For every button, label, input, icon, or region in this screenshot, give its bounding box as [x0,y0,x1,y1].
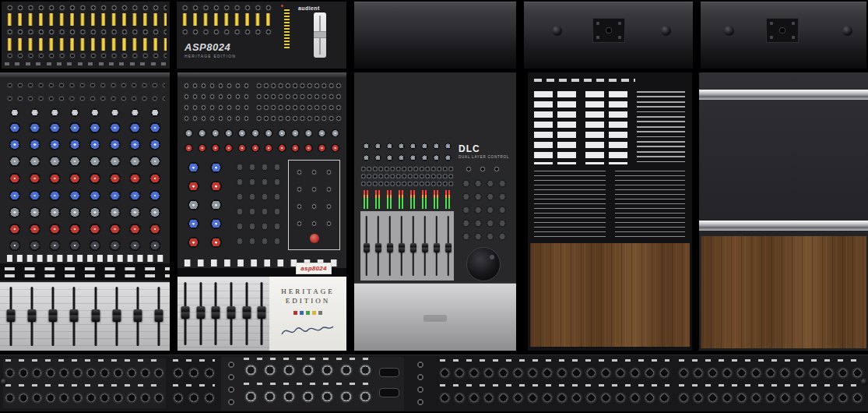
dlc-title: DLC [459,144,510,154]
screw [842,26,852,36]
channel-jack-field [5,79,165,105]
screw [1,379,7,385]
edition-icon [293,311,297,315]
knob-pair-row [182,158,227,177]
dlc-fader [384,211,395,281]
dlc-base-panel [354,283,516,351]
master-fader [208,277,223,351]
edition-icon-row [269,311,346,315]
dlc-encoder-row [462,164,505,174]
master-fader [239,277,255,351]
knob-row-pan [5,238,165,253]
fader-cap-row [5,38,167,51]
dlc-fader [407,211,419,281]
dlc-fader [360,211,372,281]
wood-trim-panel [530,243,690,347]
dlc-meter-green [360,198,454,209]
spec-column-gap [606,171,615,238]
label-strip [5,62,167,65]
knob-pair-row [182,214,227,233]
jog-wheel-dot [490,255,494,259]
dlc-knob-row [360,141,454,151]
channel-fader [106,282,127,351]
brand-plate: asp8024 [296,263,332,274]
brand-logo: audient [298,5,320,11]
channel-fader [43,282,64,351]
master-fader [193,277,209,351]
dlc-fader [430,211,442,281]
screw [661,26,671,36]
jack-column [408,358,433,408]
channel-fader [85,282,106,351]
edition-icon [300,311,304,315]
signature-graphic [280,322,335,341]
jog-wheel [466,247,501,281]
channel-fader [0,282,21,351]
master-fader-plate [314,12,326,58]
tile-dlc-controller[interactable]: DLC DUAL LAYER CONTROL [354,72,516,351]
master-fader-section [177,277,269,351]
fader-cap-row [5,13,167,26]
spec-text-right [637,91,685,164]
tile-rear-angle-mount-b[interactable] [701,2,866,69]
dlc-transport-buttons [460,177,508,244]
brand-plate-logo: asp8024 [300,265,327,272]
master-fader [223,277,239,351]
knob-row-master [182,127,342,139]
knob-row-aux [5,221,165,237]
screw [724,26,734,36]
dlc-fader [442,211,454,281]
knob-row-eq [5,171,165,186]
knob-row [180,27,273,37]
knob-pair-row [182,196,227,214]
knob-row-trim [5,107,165,118]
tile-rear-spec-panel[interactable] [528,72,692,351]
tile-front-master-section[interactable]: asp8024 HERITAGE EDITION [177,72,346,351]
xlr-group-channels-a [3,358,166,408]
talkback-knob [310,234,319,243]
mounting-plate [592,18,625,43]
wood-side-panel [701,236,866,348]
xlr-group-master-outs [241,357,375,410]
tile-front-channel-strips[interactable] [0,72,170,351]
tile-rear-connector-panel[interactable] [0,355,868,411]
knob-row-master [182,141,342,155]
dlc-fader [419,211,430,281]
screw [552,26,562,36]
knob-row [5,52,167,59]
dlc-fader [372,211,384,281]
channel-fader [21,282,42,351]
master-button-grid [234,160,283,250]
talkback-box [288,160,340,250]
knob-row-eq [5,154,165,169]
dlc-fader-section [360,211,454,281]
dlc-logo-block: DLC DUAL LAYER CONTROL [459,144,510,159]
channel-fader-section [0,282,170,351]
model-logo: ASP8024 [184,42,236,52]
metal-trim-strip [699,221,868,231]
patchbay-field [255,80,342,122]
dlc-subtitle: DUAL LAYER CONTROL [459,155,510,159]
knob-row [5,27,167,37]
knob-row-eq [5,137,165,152]
tile-top-view-master[interactable]: ASP8024 HERITAGE EDITION audient [177,2,346,69]
panel-rail [177,72,346,77]
screw [861,379,867,385]
knob-pair-row [182,177,227,196]
heritage-edition-plate: HERITAGE EDITION [269,277,346,351]
spec-table-middle [585,91,631,164]
fader-cap [314,31,326,38]
tile-side-profile[interactable] [699,72,868,351]
knob-row-eq [5,120,165,136]
knob-row-aux [5,205,165,220]
tile-rear-angle-mount-a[interactable] [524,2,693,69]
fader-cap-row [180,13,273,26]
knob-pair-row [182,233,227,252]
tile-top-view-channels[interactable] [2,2,170,69]
spec-title-line [534,79,635,82]
master-fader [254,277,269,351]
tile-rear-angle-blank[interactable] [354,2,516,69]
knob-row-eq [5,188,165,203]
product-image-grid: ASP8024 HERITAGE EDITION audient [0,0,868,413]
channel-fader [64,282,85,351]
